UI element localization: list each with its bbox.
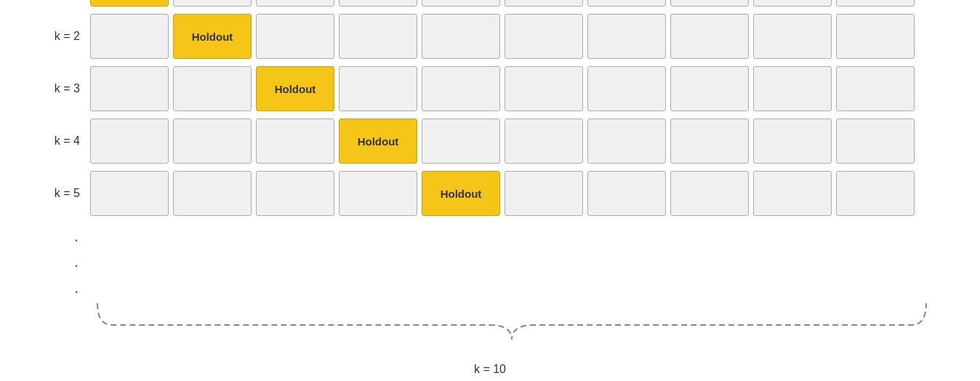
regular-cell-row-2-col-6 [505, 14, 583, 59]
regular-cell-row-2-col-5 [422, 14, 500, 59]
row-label-5: k = 5 [47, 187, 90, 200]
row-4: k = 4Holdout [47, 119, 933, 164]
regular-cell-row-3-col-1 [90, 66, 169, 111]
regular-cell-row-5-col-8 [670, 171, 749, 216]
regular-cell-row-3-col-4 [339, 66, 417, 111]
regular-cell-row-5-col-9 [753, 171, 832, 216]
regular-cell-row-3-col-5 [422, 66, 500, 111]
regular-cell-row-3-col-10 [836, 66, 915, 111]
regular-cell-row-4-col-6 [505, 119, 583, 164]
regular-cell-row-1-col-3 [256, 0, 334, 7]
regular-cell-row-2-col-10 [836, 14, 915, 59]
row-3: k = 3Holdout [47, 66, 933, 111]
regular-cell-row-3-col-2 [173, 66, 252, 111]
regular-cell-row-4-col-8 [670, 119, 749, 164]
regular-cell-row-2-col-7 [587, 14, 666, 59]
regular-cell-row-1-col-6 [505, 0, 583, 7]
regular-cell-row-5-col-4 [339, 171, 417, 216]
holdout-cell-row-1: Holdout [90, 0, 169, 7]
regular-cell-row-4-col-5 [422, 119, 500, 164]
regular-cell-row-1-col-7 [587, 0, 666, 7]
regular-cell-row-5-col-7 [587, 171, 666, 216]
regular-cell-row-2-col-1 [90, 14, 169, 59]
regular-cell-row-5-col-2 [173, 171, 252, 216]
regular-cell-row-1-col-9 [753, 0, 832, 7]
regular-cell-row-4-col-3 [256, 119, 334, 164]
cells-row-4: Holdout [90, 119, 915, 164]
row-5: k = 5Holdout [47, 171, 933, 216]
cells-row-5: Holdout [90, 171, 915, 216]
regular-cell-row-4-col-7 [587, 119, 666, 164]
regular-cell-row-5-col-6 [505, 171, 583, 216]
regular-cell-row-5-col-10 [836, 171, 915, 216]
row-label-4: k = 4 [47, 135, 90, 148]
row-label-2: k = 2 [47, 30, 90, 43]
regular-cell-row-4-col-9 [753, 119, 832, 164]
cells-row-3: Holdout [90, 66, 915, 111]
holdout-cell-row-3: Holdout [256, 66, 334, 111]
regular-cell-row-3-col-9 [753, 66, 832, 111]
holdout-cell-row-4: Holdout [339, 119, 417, 164]
regular-cell-row-1-col-8 [670, 0, 749, 7]
cells-row-2: Holdout [90, 14, 915, 59]
cells-row-1: Holdout [90, 0, 915, 7]
holdout-cell-row-2: Holdout [173, 14, 252, 59]
row-label-3: k = 3 [47, 82, 90, 95]
dots-label: ... [47, 223, 90, 300]
regular-cell-row-1-col-5 [422, 0, 500, 7]
brace-container [90, 303, 933, 361]
regular-cell-row-1-col-4 [339, 0, 417, 7]
regular-cell-row-2-col-3 [256, 14, 334, 59]
regular-cell-row-3-col-7 [587, 66, 666, 111]
diagram: k = 1Holdoutk = 2Holdoutk = 3Holdoutk = … [25, 0, 955, 381]
regular-cell-row-4-col-1 [90, 119, 169, 164]
regular-cell-row-3-col-8 [670, 66, 749, 111]
k10-label: k = 10 [47, 363, 933, 376]
regular-cell-row-1-col-2 [173, 0, 252, 7]
regular-cell-row-2-col-8 [670, 14, 749, 59]
holdout-cell-row-5: Holdout [422, 171, 500, 216]
regular-cell-row-2-col-9 [753, 14, 832, 59]
regular-cell-row-2-col-4 [339, 14, 417, 59]
regular-cell-row-5-col-3 [256, 171, 334, 216]
regular-cell-row-1-col-10 [836, 0, 915, 7]
row-2: k = 2Holdout [47, 14, 933, 59]
regular-cell-row-4-col-2 [173, 119, 252, 164]
row-1: k = 1Holdout [47, 0, 933, 7]
dots-section: ... [47, 223, 933, 300]
regular-cell-row-5-col-1 [90, 171, 169, 216]
regular-cell-row-3-col-6 [505, 66, 583, 111]
regular-cell-row-4-col-10 [836, 119, 915, 164]
